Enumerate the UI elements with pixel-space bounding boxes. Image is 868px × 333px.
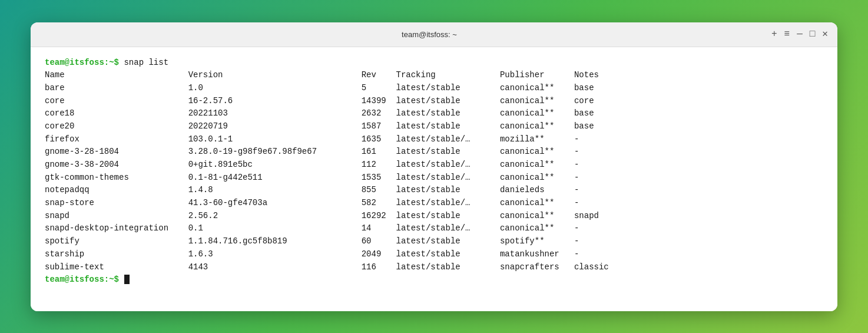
menu-button[interactable]: ≡ <box>784 29 790 39</box>
row-starship: starship 1.6.3 2049 latest/stable matank… <box>45 249 579 259</box>
terminal-content: team@itsfoss:~$ snap list Name Version R… <box>45 57 823 286</box>
row-snapd: snapd 2.56.2 16292 latest/stable canonic… <box>45 211 599 220</box>
cursor <box>124 275 130 284</box>
row-firefox: firefox 103.0.1-1 1635 latest/stable/… m… <box>45 134 579 144</box>
minimize-button[interactable]: — <box>797 29 803 39</box>
row-gnome-3-28: gnome-3-28-1804 3.28.0-19-g98f9e67.98f9e… <box>45 147 579 156</box>
row-core: core 16-2.57.6 14399 latest/stable canon… <box>45 96 594 105</box>
column-headers: Name Version Rev Tracking Publisher Note… <box>45 70 599 80</box>
window-controls[interactable]: + ≡ — □ ✕ <box>771 29 828 39</box>
window-title: team@itsfoss: ~ <box>87 30 771 39</box>
new-tab-button[interactable]: + <box>771 29 777 39</box>
prompt2: team@itsfoss:~$ <box>45 275 119 284</box>
maximize-button[interactable]: □ <box>810 29 816 39</box>
row-gtk-themes: gtk-common-themes 0.1-81-g442e511 1535 l… <box>45 173 579 182</box>
terminal-window: team@itsfoss: ~ + ≡ — □ ✕ team@itsfoss:~… <box>31 22 837 311</box>
row-snapd-desktop: snapd-desktop-integration 0.1 14 latest/… <box>45 223 579 233</box>
titlebar: team@itsfoss: ~ + ≡ — □ ✕ <box>31 22 837 47</box>
terminal-body[interactable]: team@itsfoss:~$ snap list Name Version R… <box>31 47 837 311</box>
row-snap-store: snap-store 41.3-60-gfe4703a 582 latest/s… <box>45 198 579 207</box>
prompt1: team@itsfoss:~$ <box>45 58 119 67</box>
row-bare: bare 1.0 5 latest/stable canonical** bas… <box>45 83 594 93</box>
row-spotify: spotify 1.1.84.716.gc5f8b819 60 latest/s… <box>45 236 579 246</box>
row-notepadqq: notepadqq 1.4.8 855 latest/stable daniel… <box>45 185 579 194</box>
row-core18: core18 20221103 2632 latest/stable canon… <box>45 108 594 118</box>
row-gnome-3-38: gnome-3-38-2004 0+git.891e5bc 112 latest… <box>45 160 579 169</box>
row-sublime: sublime-text 4143 116 latest/stable snap… <box>45 262 609 272</box>
row-core20: core20 20220719 1587 latest/stable canon… <box>45 121 594 131</box>
close-button[interactable]: ✕ <box>822 29 828 39</box>
